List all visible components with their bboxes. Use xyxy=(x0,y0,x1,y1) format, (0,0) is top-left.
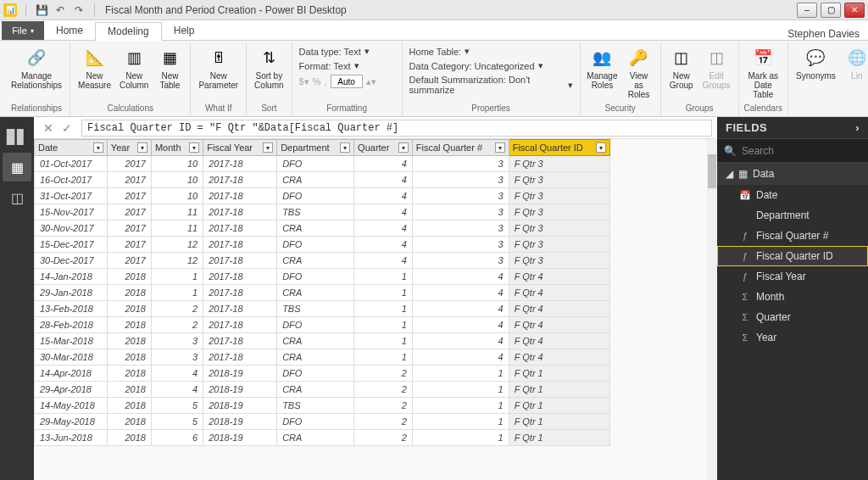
cell[interactable]: 2 xyxy=(354,398,413,414)
sort-by-column-button[interactable]: ⇅Sort by Column xyxy=(252,44,286,92)
cell[interactable]: F Qtr 1 xyxy=(509,414,609,430)
maximize-button[interactable]: ▢ xyxy=(821,3,841,18)
cell[interactable]: 28-Feb-2018 xyxy=(35,317,108,333)
cell[interactable]: 15-Nov-2017 xyxy=(35,204,108,220)
cell[interactable]: 4 xyxy=(151,366,203,382)
cell[interactable]: CRA xyxy=(277,253,354,269)
table-row[interactable]: 15-Nov-20172017112017-18TBS43F Qtr 3 xyxy=(35,204,610,220)
cell[interactable]: 15-Mar-2018 xyxy=(35,333,108,349)
cell[interactable]: CRA xyxy=(277,430,354,446)
linguistic-button[interactable]: 🌐Lin xyxy=(842,44,868,82)
cell[interactable]: 2018-19 xyxy=(203,382,277,398)
cell[interactable]: F Qtr 1 xyxy=(509,382,609,398)
cell[interactable]: 11 xyxy=(151,220,203,237)
cell[interactable]: 4 xyxy=(354,220,413,237)
cell[interactable]: DFO xyxy=(277,156,354,172)
filter-dropdown-icon[interactable]: ▾ xyxy=(596,142,606,153)
cell[interactable]: F Qtr 4 xyxy=(509,285,609,301)
mark-date-table-button[interactable]: 📅Mark as Date Table xyxy=(744,44,783,101)
cell[interactable]: 14-Apr-2018 xyxy=(35,366,108,382)
cell[interactable]: 10 xyxy=(151,156,203,172)
cell[interactable]: 3 xyxy=(412,253,509,269)
comma-button[interactable]: , xyxy=(324,76,326,87)
cell[interactable]: 10 xyxy=(151,172,203,188)
cell[interactable]: 3 xyxy=(151,333,203,349)
field-item[interactable]: ƒFiscal Year xyxy=(717,266,868,287)
stepper-icon[interactable]: ▴▾ xyxy=(366,76,376,87)
cell[interactable]: F Qtr 1 xyxy=(509,366,609,382)
cell[interactable]: 2017 xyxy=(107,237,151,253)
cell[interactable]: 2017 xyxy=(107,220,151,237)
cell[interactable]: 29-Jan-2018 xyxy=(35,285,108,301)
cell[interactable]: 4 xyxy=(412,333,509,349)
cell[interactable]: 2018 xyxy=(107,414,151,430)
cell[interactable]: DFO xyxy=(277,414,354,430)
cell[interactable]: 2018 xyxy=(107,317,151,333)
table-row[interactable]: 13-Feb-2018201822017-18TBS14F Qtr 4 xyxy=(35,301,610,317)
commit-formula-icon[interactable]: ✓ xyxy=(58,120,76,136)
cell[interactable]: 1 xyxy=(354,349,413,366)
cell[interactable]: F Qtr 1 xyxy=(509,430,609,446)
cell[interactable]: 2017-18 xyxy=(203,349,277,366)
cell[interactable]: 1 xyxy=(354,317,413,333)
cell[interactable]: 3 xyxy=(412,188,509,204)
new-column-button[interactable]: ▥New Column xyxy=(117,44,151,92)
cell[interactable]: DFO xyxy=(277,269,354,285)
cell[interactable]: F Qtr 4 xyxy=(509,317,609,333)
cell[interactable]: 5 xyxy=(151,414,203,430)
cell[interactable]: F Qtr 3 xyxy=(509,172,609,188)
hometable-dropdown[interactable]: Home Table: ▾ xyxy=(409,46,573,57)
field-item[interactable]: ΣQuarter xyxy=(717,307,868,327)
cell[interactable]: 10 xyxy=(151,188,203,204)
filter-dropdown-icon[interactable]: ▾ xyxy=(263,142,273,153)
filter-dropdown-icon[interactable]: ▾ xyxy=(340,142,350,153)
edit-groups-button[interactable]: ◫Edit Groups xyxy=(700,44,733,92)
cell[interactable]: 1 xyxy=(412,398,509,414)
cell[interactable]: 2 xyxy=(354,414,413,430)
cell[interactable]: 16-Oct-2017 xyxy=(35,172,108,188)
cell[interactable]: TBS xyxy=(277,204,354,220)
category-dropdown[interactable]: Data Category: Uncategorized ▾ xyxy=(409,60,573,71)
cell[interactable]: 2017 xyxy=(107,156,151,172)
cell[interactable]: DFO xyxy=(277,237,354,253)
cell[interactable]: F Qtr 3 xyxy=(509,253,609,269)
cell[interactable]: 12 xyxy=(151,237,203,253)
cell[interactable]: CRA xyxy=(277,382,354,398)
cell[interactable]: 1 xyxy=(354,269,413,285)
table-row[interactable]: 14-May-2018201852018-19TBS21F Qtr 1 xyxy=(35,398,610,414)
save-icon[interactable]: 💾 xyxy=(35,3,48,17)
fields-header[interactable]: FIELDS › xyxy=(717,117,868,139)
cell[interactable]: 1 xyxy=(354,285,413,301)
field-item[interactable]: ΣYear xyxy=(717,327,868,348)
cell[interactable]: 01-Oct-2017 xyxy=(35,156,108,172)
cell[interactable]: 13-Feb-2018 xyxy=(35,301,108,317)
table-row[interactable]: 14-Jan-2018201812017-18DFO14F Qtr 4 xyxy=(35,269,610,285)
cell[interactable]: F Qtr 3 xyxy=(509,156,609,172)
filter-dropdown-icon[interactable]: ▾ xyxy=(495,142,505,153)
cell[interactable]: 2 xyxy=(354,382,413,398)
column-header[interactable]: Fiscal Quarter ID▾ xyxy=(509,140,609,156)
cell[interactable]: CRA xyxy=(277,285,354,301)
table-row[interactable]: 15-Mar-2018201832017-18CRA14F Qtr 4 xyxy=(35,333,610,349)
table-row[interactable]: 15-Dec-20172017122017-18DFO43F Qtr 3 xyxy=(35,237,610,253)
table-row[interactable]: 30-Dec-20172017122017-18CRA43F Qtr 3 xyxy=(35,253,610,269)
view-as-roles-button[interactable]: 🔑View as Roles xyxy=(622,44,654,101)
cell[interactable]: 2018 xyxy=(107,366,151,382)
cell[interactable]: 4 xyxy=(151,382,203,398)
table-row[interactable]: 29-Jan-2018201812017-18CRA14F Qtr 4 xyxy=(35,285,610,301)
cell[interactable]: 2018 xyxy=(107,349,151,366)
undo-icon[interactable]: ↶ xyxy=(53,3,67,17)
summarization-dropdown[interactable]: Default Summarization: Don't summarize ▾ xyxy=(409,75,573,95)
cell[interactable]: 1 xyxy=(354,301,413,317)
cell[interactable]: 2018-19 xyxy=(203,430,277,446)
cell[interactable]: 11 xyxy=(151,204,203,220)
cell[interactable]: 2018-19 xyxy=(203,398,277,414)
cell[interactable]: 30-Mar-2018 xyxy=(35,349,108,366)
cell[interactable]: 1 xyxy=(412,414,509,430)
table-row[interactable]: 14-Apr-2018201842018-19DFO21F Qtr 1 xyxy=(35,366,610,382)
percent-button[interactable]: % xyxy=(313,76,321,87)
currency-button[interactable]: $▾ xyxy=(299,76,309,87)
cell[interactable]: 2017-18 xyxy=(203,317,277,333)
table-row[interactable]: 29-Apr-2018201842018-19CRA21F Qtr 1 xyxy=(35,382,610,398)
data-grid[interactable]: Date▾Year▾Month▾Fiscal Year▾Department▾Q… xyxy=(34,139,610,446)
